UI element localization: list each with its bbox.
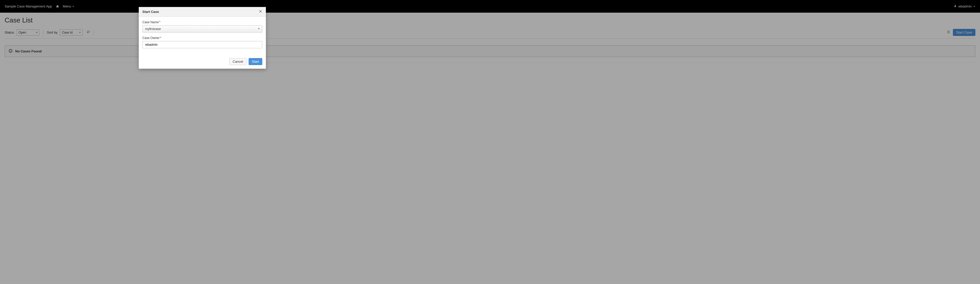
close-icon[interactable] xyxy=(259,10,262,14)
modal-footer: Cancel Start xyxy=(139,56,266,69)
required-indicator: * xyxy=(159,21,161,24)
start-case-modal: Start Case Case Name* myfirstcase Case O… xyxy=(139,7,266,69)
cancel-button[interactable]: Cancel xyxy=(229,58,246,65)
cancel-button-label: Cancel xyxy=(232,60,243,64)
start-button-label: Start xyxy=(252,60,259,64)
chevron-down-icon xyxy=(258,27,260,31)
case-name-group: Case Name* myfirstcase xyxy=(142,21,262,32)
case-owner-input[interactable] xyxy=(142,41,262,48)
modal-header: Start Case xyxy=(139,7,266,17)
case-owner-label-text: Case Owner xyxy=(142,36,160,40)
start-button[interactable]: Start xyxy=(248,58,262,65)
case-name-select[interactable]: myfirstcase xyxy=(142,25,262,32)
modal-body: Case Name* myfirstcase Case Owner* xyxy=(139,17,266,56)
case-name-value: myfirstcase xyxy=(145,27,161,31)
required-indicator: * xyxy=(160,36,161,40)
case-name-label-text: Case Name xyxy=(142,21,159,24)
case-name-label: Case Name* xyxy=(142,21,262,24)
case-owner-group: Case Owner* xyxy=(142,36,262,48)
modal-title: Start Case xyxy=(142,10,159,14)
case-owner-label: Case Owner* xyxy=(142,36,262,40)
